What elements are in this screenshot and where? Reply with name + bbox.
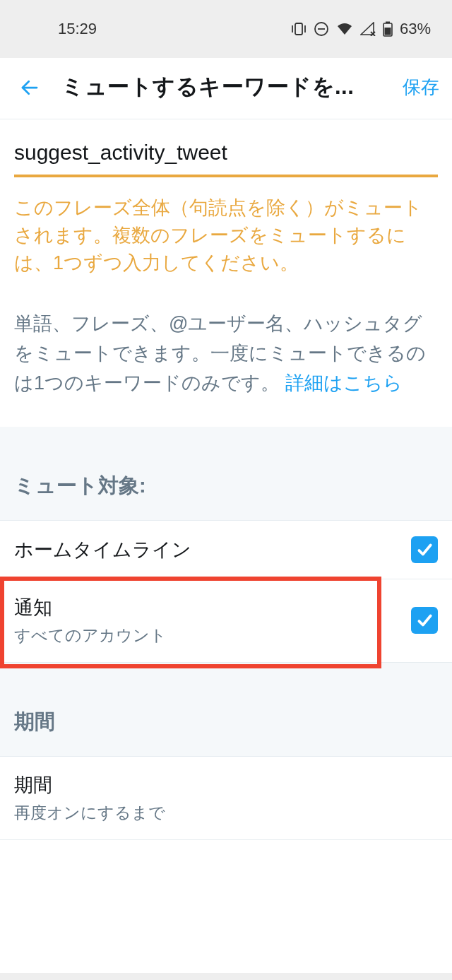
help-link[interactable]: 詳細はこちら	[285, 372, 403, 394]
duration-section: 期間	[0, 663, 452, 757]
duration-item[interactable]: 期間 再度オンにするまで	[0, 757, 452, 840]
input-warning: このフレーズ全体（句読点を除く）がミュートされます。複数のフレーズをミュートする…	[14, 194, 438, 277]
mute-target-section: ミュート対象:	[0, 427, 452, 521]
checkbox-timeline[interactable]	[411, 536, 438, 563]
section-header-mute: ミュート対象:	[0, 427, 452, 521]
section-header-duration: 期間	[0, 663, 452, 757]
svg-rect-9	[384, 28, 391, 35]
battery-percent: 63%	[400, 20, 431, 38]
svg-rect-0	[295, 23, 302, 35]
status-icons: 63%	[291, 20, 431, 38]
list-item-subtitle: 再度オンにするまで	[14, 802, 438, 824]
input-section: このフレーズ全体（句読点を除く）がミュートされます。複数のフレーズをミュートする…	[0, 119, 452, 290]
battery-icon	[383, 21, 393, 37]
dnd-icon	[314, 21, 329, 37]
wifi-icon	[336, 22, 353, 36]
signal-icon	[360, 22, 376, 36]
vibrate-icon	[291, 23, 307, 35]
bottom-bar	[0, 973, 452, 980]
save-button[interactable]: 保存	[403, 75, 439, 100]
back-button[interactable]	[19, 77, 40, 98]
checkbox-notifications[interactable]	[411, 607, 438, 634]
status-bar: 15:29 63%	[0, 0, 452, 58]
status-time: 15:29	[58, 20, 97, 38]
help-text: 単語、フレーズ、@ユーザー名、ハッシュタグをミュートできます。一度にミュートでき…	[0, 290, 452, 427]
list-item-title: ホームタイムライン	[14, 537, 411, 562]
mute-item-timeline[interactable]: ホームタイムライン	[0, 521, 452, 579]
svg-rect-8	[386, 22, 390, 24]
list-item-title: 通知	[14, 595, 411, 620]
list-item-subtitle: すべてのアカウント	[14, 625, 411, 647]
keyword-input[interactable]	[14, 141, 438, 177]
app-header: ミュートするキーワードを... 保存	[0, 58, 452, 119]
list-item-title: 期間	[14, 772, 438, 798]
mute-item-notifications[interactable]: 通知 すべてのアカウント	[0, 579, 452, 663]
page-title: ミュートするキーワードを...	[61, 72, 381, 102]
